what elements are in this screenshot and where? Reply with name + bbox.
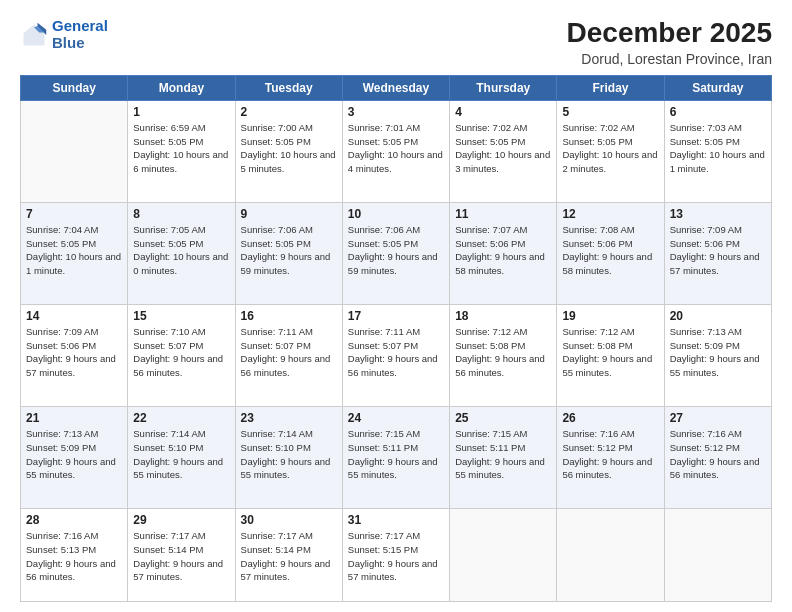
day-number: 16: [241, 309, 337, 323]
calendar-week-row: 28 Sunrise: 7:16 AM Sunset: 5:13 PM Dayl…: [21, 509, 772, 602]
day-number: 11: [455, 207, 551, 221]
day-of-week-header: Friday: [557, 75, 664, 100]
day-number: 8: [133, 207, 229, 221]
day-number: 4: [455, 105, 551, 119]
day-of-week-header: Monday: [128, 75, 235, 100]
day-number: 14: [26, 309, 122, 323]
day-info: Sunrise: 7:16 AM Sunset: 5:12 PM Dayligh…: [562, 427, 658, 482]
day-number: 23: [241, 411, 337, 425]
day-info: Sunrise: 7:05 AM Sunset: 5:05 PM Dayligh…: [133, 223, 229, 278]
calendar-cell: 30 Sunrise: 7:17 AM Sunset: 5:14 PM Dayl…: [235, 509, 342, 602]
day-info: Sunrise: 7:12 AM Sunset: 5:08 PM Dayligh…: [562, 325, 658, 380]
calendar-cell: [557, 509, 664, 602]
calendar-cell: [21, 100, 128, 202]
day-of-week-header: Saturday: [664, 75, 771, 100]
calendar-cell: 24 Sunrise: 7:15 AM Sunset: 5:11 PM Dayl…: [342, 407, 449, 509]
day-info: Sunrise: 7:17 AM Sunset: 5:15 PM Dayligh…: [348, 529, 444, 584]
day-number: 22: [133, 411, 229, 425]
day-info: Sunrise: 6:59 AM Sunset: 5:05 PM Dayligh…: [133, 121, 229, 176]
day-of-week-header: Tuesday: [235, 75, 342, 100]
day-info: Sunrise: 7:09 AM Sunset: 5:06 PM Dayligh…: [26, 325, 122, 380]
day-number: 12: [562, 207, 658, 221]
day-info: Sunrise: 7:03 AM Sunset: 5:05 PM Dayligh…: [670, 121, 766, 176]
day-info: Sunrise: 7:13 AM Sunset: 5:09 PM Dayligh…: [670, 325, 766, 380]
calendar-cell: 31 Sunrise: 7:17 AM Sunset: 5:15 PM Dayl…: [342, 509, 449, 602]
day-number: 3: [348, 105, 444, 119]
day-info: Sunrise: 7:06 AM Sunset: 5:05 PM Dayligh…: [241, 223, 337, 278]
calendar-cell: 16 Sunrise: 7:11 AM Sunset: 5:07 PM Dayl…: [235, 304, 342, 406]
day-info: Sunrise: 7:15 AM Sunset: 5:11 PM Dayligh…: [455, 427, 551, 482]
calendar-cell: 28 Sunrise: 7:16 AM Sunset: 5:13 PM Dayl…: [21, 509, 128, 602]
day-number: 13: [670, 207, 766, 221]
logo-line2: Blue: [52, 34, 85, 51]
day-number: 15: [133, 309, 229, 323]
day-number: 9: [241, 207, 337, 221]
day-info: Sunrise: 7:02 AM Sunset: 5:05 PM Dayligh…: [455, 121, 551, 176]
day-of-week-header: Sunday: [21, 75, 128, 100]
calendar-cell: 27 Sunrise: 7:16 AM Sunset: 5:12 PM Dayl…: [664, 407, 771, 509]
day-number: 25: [455, 411, 551, 425]
calendar-cell: 13 Sunrise: 7:09 AM Sunset: 5:06 PM Dayl…: [664, 202, 771, 304]
day-number: 29: [133, 513, 229, 527]
day-number: 26: [562, 411, 658, 425]
day-number: 17: [348, 309, 444, 323]
day-info: Sunrise: 7:09 AM Sunset: 5:06 PM Dayligh…: [670, 223, 766, 278]
day-number: 1: [133, 105, 229, 119]
calendar-cell: 6 Sunrise: 7:03 AM Sunset: 5:05 PM Dayli…: [664, 100, 771, 202]
page: General Blue December 2025 Dorud, Lorest…: [0, 0, 792, 612]
calendar-body: 1 Sunrise: 6:59 AM Sunset: 5:05 PM Dayli…: [21, 100, 772, 601]
calendar-cell: 19 Sunrise: 7:12 AM Sunset: 5:08 PM Dayl…: [557, 304, 664, 406]
calendar-cell: 2 Sunrise: 7:00 AM Sunset: 5:05 PM Dayli…: [235, 100, 342, 202]
calendar-cell: 1 Sunrise: 6:59 AM Sunset: 5:05 PM Dayli…: [128, 100, 235, 202]
calendar-cell: 10 Sunrise: 7:06 AM Sunset: 5:05 PM Dayl…: [342, 202, 449, 304]
day-number: 2: [241, 105, 337, 119]
calendar-cell: 21 Sunrise: 7:13 AM Sunset: 5:09 PM Dayl…: [21, 407, 128, 509]
calendar-week-row: 21 Sunrise: 7:13 AM Sunset: 5:09 PM Dayl…: [21, 407, 772, 509]
day-info: Sunrise: 7:00 AM Sunset: 5:05 PM Dayligh…: [241, 121, 337, 176]
title-block: December 2025 Dorud, Lorestan Province, …: [567, 18, 772, 67]
calendar-cell: 11 Sunrise: 7:07 AM Sunset: 5:06 PM Dayl…: [450, 202, 557, 304]
day-info: Sunrise: 7:11 AM Sunset: 5:07 PM Dayligh…: [241, 325, 337, 380]
day-number: 18: [455, 309, 551, 323]
day-of-week-header: Wednesday: [342, 75, 449, 100]
day-of-week-header: Thursday: [450, 75, 557, 100]
day-info: Sunrise: 7:16 AM Sunset: 5:12 PM Dayligh…: [670, 427, 766, 482]
calendar-week-row: 7 Sunrise: 7:04 AM Sunset: 5:05 PM Dayli…: [21, 202, 772, 304]
calendar-cell: 18 Sunrise: 7:12 AM Sunset: 5:08 PM Dayl…: [450, 304, 557, 406]
day-info: Sunrise: 7:06 AM Sunset: 5:05 PM Dayligh…: [348, 223, 444, 278]
location: Dorud, Lorestan Province, Iran: [567, 51, 772, 67]
day-info: Sunrise: 7:17 AM Sunset: 5:14 PM Dayligh…: [241, 529, 337, 584]
calendar-cell: 25 Sunrise: 7:15 AM Sunset: 5:11 PM Dayl…: [450, 407, 557, 509]
logo-line1: General: [52, 17, 108, 34]
logo-text: General Blue: [52, 18, 108, 51]
calendar-cell: 14 Sunrise: 7:09 AM Sunset: 5:06 PM Dayl…: [21, 304, 128, 406]
day-info: Sunrise: 7:16 AM Sunset: 5:13 PM Dayligh…: [26, 529, 122, 584]
day-number: 30: [241, 513, 337, 527]
calendar-cell: [664, 509, 771, 602]
day-number: 10: [348, 207, 444, 221]
calendar-cell: 20 Sunrise: 7:13 AM Sunset: 5:09 PM Dayl…: [664, 304, 771, 406]
calendar-cell: 22 Sunrise: 7:14 AM Sunset: 5:10 PM Dayl…: [128, 407, 235, 509]
calendar-cell: 3 Sunrise: 7:01 AM Sunset: 5:05 PM Dayli…: [342, 100, 449, 202]
calendar-cell: 5 Sunrise: 7:02 AM Sunset: 5:05 PM Dayli…: [557, 100, 664, 202]
day-info: Sunrise: 7:10 AM Sunset: 5:07 PM Dayligh…: [133, 325, 229, 380]
day-info: Sunrise: 7:11 AM Sunset: 5:07 PM Dayligh…: [348, 325, 444, 380]
day-info: Sunrise: 7:17 AM Sunset: 5:14 PM Dayligh…: [133, 529, 229, 584]
day-info: Sunrise: 7:13 AM Sunset: 5:09 PM Dayligh…: [26, 427, 122, 482]
day-info: Sunrise: 7:02 AM Sunset: 5:05 PM Dayligh…: [562, 121, 658, 176]
day-info: Sunrise: 7:15 AM Sunset: 5:11 PM Dayligh…: [348, 427, 444, 482]
calendar-cell: 7 Sunrise: 7:04 AM Sunset: 5:05 PM Dayli…: [21, 202, 128, 304]
calendar-cell: 23 Sunrise: 7:14 AM Sunset: 5:10 PM Dayl…: [235, 407, 342, 509]
day-number: 20: [670, 309, 766, 323]
calendar-cell: 17 Sunrise: 7:11 AM Sunset: 5:07 PM Dayl…: [342, 304, 449, 406]
day-number: 28: [26, 513, 122, 527]
logo-icon: [20, 21, 48, 49]
day-number: 21: [26, 411, 122, 425]
day-info: Sunrise: 7:01 AM Sunset: 5:05 PM Dayligh…: [348, 121, 444, 176]
day-number: 31: [348, 513, 444, 527]
day-info: Sunrise: 7:07 AM Sunset: 5:06 PM Dayligh…: [455, 223, 551, 278]
day-info: Sunrise: 7:14 AM Sunset: 5:10 PM Dayligh…: [133, 427, 229, 482]
day-number: 27: [670, 411, 766, 425]
calendar-week-row: 14 Sunrise: 7:09 AM Sunset: 5:06 PM Dayl…: [21, 304, 772, 406]
calendar-cell: 4 Sunrise: 7:02 AM Sunset: 5:05 PM Dayli…: [450, 100, 557, 202]
